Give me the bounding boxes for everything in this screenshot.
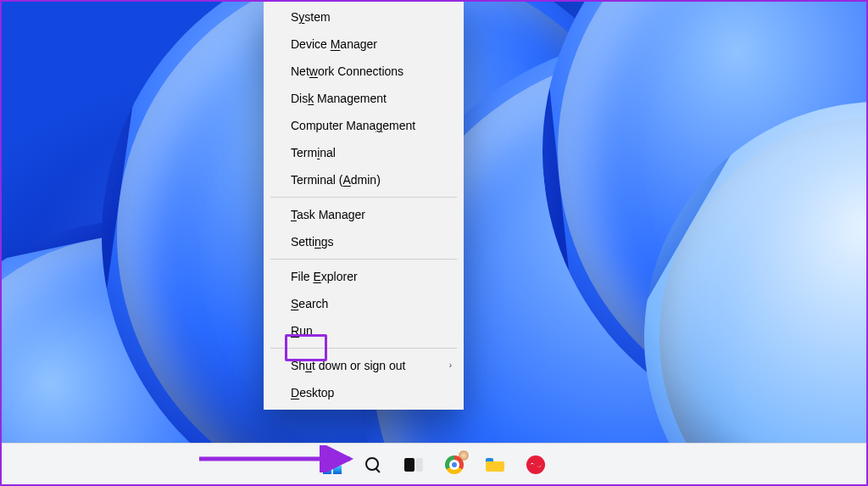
- winx-item-terminal[interactable]: Terminal: [264, 139, 464, 166]
- winx-item-shutdown[interactable]: Shut down or sign out›: [264, 352, 464, 379]
- winx-item-desktop[interactable]: Desktop: [264, 379, 464, 406]
- search-button[interactable]: [360, 452, 386, 478]
- menu-item-label: Run: [291, 324, 313, 338]
- task-view-icon: [404, 458, 423, 472]
- menu-item-label: Computer Management: [291, 119, 415, 132]
- file-explorer-icon: [486, 458, 504, 472]
- winx-item-file-explorer[interactable]: File Explorer: [264, 263, 464, 290]
- winx-item-settings[interactable]: Settings: [264, 228, 464, 255]
- start-button[interactable]: [320, 452, 345, 478]
- task-view-button[interactable]: [401, 452, 426, 478]
- menu-item-label: Terminal (Admin): [291, 173, 381, 187]
- menu-separator: [270, 259, 457, 260]
- winx-item-computer-mgmt[interactable]: Computer Management: [264, 112, 464, 139]
- winx-item-run[interactable]: Run: [264, 317, 464, 344]
- menu-item-label: Device Manager: [291, 37, 377, 51]
- search-icon: [364, 456, 381, 473]
- taskbar: [0, 443, 868, 486]
- winx-item-search[interactable]: Search: [264, 290, 464, 317]
- red-app-icon: [526, 455, 545, 474]
- winx-item-disk-mgmt[interactable]: Disk Management: [264, 85, 464, 112]
- winx-item-terminal-admin[interactable]: Terminal (Admin): [264, 166, 464, 193]
- winx-item-network[interactable]: Network Connections: [264, 58, 464, 85]
- menu-item-label: Shut down or sign out: [291, 359, 405, 372]
- menu-item-label: Terminal: [291, 146, 336, 159]
- menu-item-label: Settings: [291, 235, 334, 249]
- red-app[interactable]: [523, 452, 548, 478]
- start-icon: [323, 455, 342, 474]
- menu-item-label: Task Manager: [291, 208, 365, 221]
- winx-item-device-manager[interactable]: Device Manager: [264, 31, 464, 58]
- menu-separator: [270, 348, 457, 349]
- winx-item-system[interactable]: System: [264, 3, 464, 31]
- menu-item-label: Desktop: [291, 386, 334, 399]
- menu-item-label: Disk Management: [291, 92, 387, 105]
- menu-item-label: Search: [291, 297, 328, 310]
- menu-item-label: System: [291, 10, 331, 24]
- winx-item-task-manager[interactable]: Task Manager: [264, 201, 464, 228]
- menu-separator: [270, 197, 457, 198]
- submenu-arrow-icon: ›: [449, 352, 452, 379]
- chrome-app[interactable]: [442, 452, 467, 478]
- file-explorer-app[interactable]: [482, 452, 508, 478]
- chrome-icon: [445, 455, 464, 474]
- winx-menu: SystemDevice ManagerNetwork ConnectionsD…: [264, 0, 464, 410]
- menu-item-label: File Explorer: [291, 270, 358, 283]
- menu-item-label: Network Connections: [291, 64, 403, 78]
